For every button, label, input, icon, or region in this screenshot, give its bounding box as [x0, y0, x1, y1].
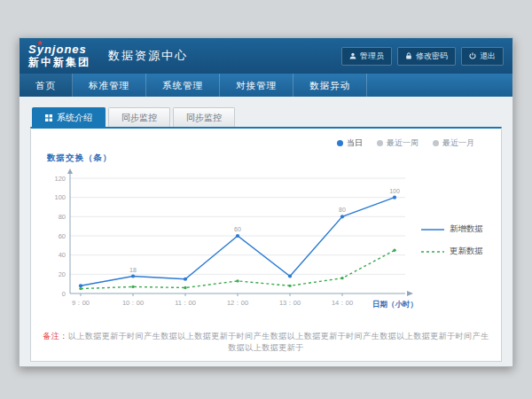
filter-today[interactable]: 当日 — [337, 137, 363, 149]
logout-button[interactable]: 退出 — [461, 47, 504, 66]
svg-text:11：00: 11：00 — [175, 299, 196, 307]
lock-icon — [405, 52, 412, 59]
nav-item-home[interactable]: 首页 — [20, 74, 73, 97]
filter-today-label: 当日 — [347, 137, 363, 149]
top-actions: 管理员 修改密码 退出 — [341, 47, 504, 66]
top-bar: Synjones ★ 新中新集团 数据资源中心 管理员 修改密码 退出 — [20, 38, 512, 74]
series-legend-item: 更新数据 — [421, 246, 483, 257]
tab-sync-monitor-2-label: 同步监控 — [186, 112, 222, 124]
footnote: 备注：以上数据更新于时间产生数据以上数据更新于时间产生数据以上数据更新于时间产生… — [40, 331, 492, 354]
range-filter-group: 当日 最近一周 最近一月 — [40, 134, 492, 151]
series-legend-label: 新增数据 — [450, 223, 483, 235]
main-nav: 首页 标准管理 系统管理 对接管理 数据异动 — [20, 74, 512, 97]
nav-item-standard-mgmt[interactable]: 标准管理 — [73, 74, 146, 97]
tab-bar: 系统介绍 同步监控 同步监控 — [30, 107, 502, 127]
tab-sync-monitor-1[interactable]: 同步监控 — [108, 107, 170, 127]
svg-text:100: 100 — [389, 188, 400, 194]
filter-last-week-label: 最近一周 — [387, 137, 419, 149]
radio-dot-icon — [433, 140, 439, 146]
nav-item-system-mgmt[interactable]: 系统管理 — [146, 74, 220, 97]
filter-last-week[interactable]: 最近一周 — [377, 137, 419, 149]
footnote-text: 以上数据更新于时间产生数据以上数据更新于时间产生数据以上数据更新于时间产生数据以… — [68, 332, 489, 352]
svg-text:60: 60 — [59, 232, 66, 240]
nav-item-interface-mgmt[interactable]: 对接管理 — [220, 74, 293, 97]
change-password-button[interactable]: 修改密码 — [397, 47, 456, 66]
svg-text:80: 80 — [59, 213, 66, 221]
svg-text:10：00: 10：00 — [122, 299, 144, 307]
legend-line-sample — [421, 248, 444, 255]
svg-text:120: 120 — [54, 175, 66, 183]
power-icon — [469, 52, 476, 59]
svg-text:日期（小时）: 日期（小时） — [372, 300, 418, 309]
admin-button[interactable]: 管理员 — [341, 47, 392, 66]
svg-text:0: 0 — [62, 290, 66, 298]
filter-last-month-label: 最近一月 — [442, 137, 474, 149]
chart-panel: 当日 最近一周 最近一月 数据交换（条） 0204060801001209：00… — [30, 127, 502, 362]
svg-text:12：00: 12：00 — [227, 299, 248, 307]
chart-row: 0204060801001209：0010：0011：0012：0013：001… — [40, 164, 492, 317]
radio-dot-icon — [377, 140, 383, 146]
tab-sync-monitor-2[interactable]: 同步监控 — [173, 107, 235, 127]
svg-text:100: 100 — [54, 193, 66, 201]
series-legend-label: 更新数据 — [450, 246, 483, 257]
svg-text:14：00: 14：00 — [332, 299, 353, 307]
svg-text:20: 20 — [59, 270, 66, 278]
grid-icon — [45, 113, 52, 123]
svg-text:13：00: 13：00 — [279, 299, 301, 307]
content-area: 系统介绍 同步监控 同步监控 当日 最近一周 — [20, 97, 512, 371]
series-legend: 新增数据更新数据 — [421, 223, 483, 257]
tab-system-intro[interactable]: 系统介绍 — [32, 107, 106, 127]
svg-text:40: 40 — [59, 251, 66, 259]
svg-text:60: 60 — [234, 226, 241, 232]
app-title: 数据资源中心 — [108, 48, 188, 64]
series-legend-item: 新增数据 — [421, 223, 483, 235]
tab-system-intro-label: 系统介绍 — [57, 112, 92, 124]
footnote-label: 备注： — [43, 332, 68, 340]
line-chart: 0204060801001209：0010：0011：0012：0013：001… — [40, 164, 419, 317]
filter-last-month[interactable]: 最近一月 — [433, 137, 474, 149]
svg-text:9：00: 9：00 — [72, 299, 90, 307]
user-icon — [349, 52, 356, 59]
admin-button-label: 管理员 — [360, 51, 384, 62]
logo-star-icon: ★ — [36, 40, 43, 48]
company-logo: Synjones ★ 新中新集团 — [28, 43, 90, 67]
logout-button-label: 退出 — [480, 51, 496, 62]
tab-sync-monitor-1-label: 同步监控 — [121, 112, 157, 124]
change-password-button-label: 修改密码 — [416, 51, 448, 62]
desktop-background: Synjones ★ 新中新集团 数据资源中心 管理员 修改密码 退出 — [0, 0, 532, 399]
logo-text-cn: 新中新集团 — [28, 57, 90, 68]
y-axis-title: 数据交换（条） — [47, 153, 492, 164]
svg-text:18: 18 — [129, 267, 137, 273]
app-window: Synjones ★ 新中新集团 数据资源中心 管理员 修改密码 退出 — [19, 37, 513, 367]
svg-text:80: 80 — [339, 207, 346, 213]
legend-line-sample — [421, 226, 444, 233]
radio-dot-icon — [337, 140, 343, 146]
nav-item-data-change[interactable]: 数据异动 — [293, 74, 367, 97]
